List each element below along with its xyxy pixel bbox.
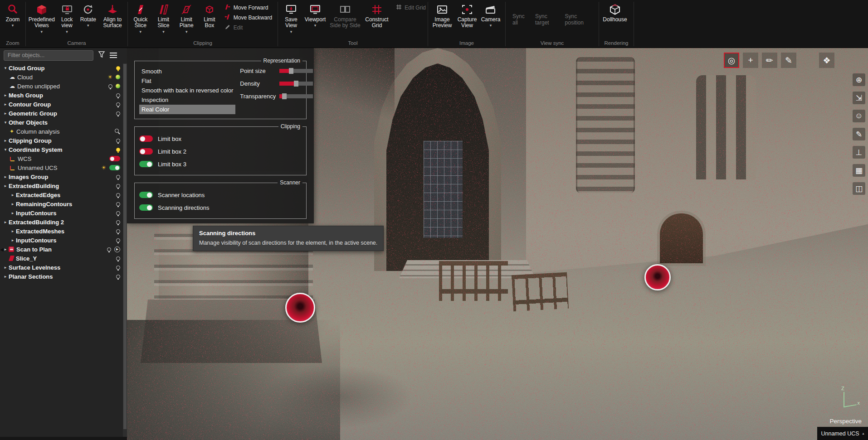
limit-plane-button[interactable]: Limit Plane ▾ [175,1,198,40]
tree-item-remainingcontours[interactable]: ▸RemainingContours [0,199,123,208]
chevron-collapsed-icon[interactable]: ▸ [2,174,9,179]
tree-item-inputcontours-2[interactable]: ▸InputContours [0,236,123,245]
ucs-selector[interactable]: Unnamed UCS ▴ [817,427,868,440]
visibility-bulb-icon[interactable] [116,66,120,70]
chevron-collapsed-icon[interactable]: ▸ [2,220,9,224]
slider-knob[interactable] [282,93,287,99]
visibility-bulb-icon[interactable] [107,247,111,251]
predefined-views-button[interactable]: Predefined Views ▾ [27,1,56,40]
image-preview-button[interactable]: Image Preview [429,1,455,40]
nav-crosshair-button[interactable]: ⊕ [853,73,865,86]
transparency-slider[interactable] [279,94,313,98]
filter-objects-input[interactable] [4,50,93,61]
visibility-bulb-icon[interactable] [116,256,120,261]
visibility-bulb-icon[interactable] [116,175,120,179]
rotate-button[interactable]: Rotate ▾ [78,1,98,40]
tree-item-cloud[interactable]: ☁Cloud☀ [0,73,123,82]
visibility-bulb-icon[interactable] [116,102,120,106]
visibility-bulb-icon[interactable] [116,184,120,188]
chevron-expanded-icon[interactable]: ▾ [2,66,9,70]
tree-item-wcs[interactable]: WCS [0,154,123,163]
chevron-collapsed-icon[interactable]: ▸ [10,193,16,197]
tree-item-contour-group[interactable]: ▸Contour Group [0,100,123,109]
tree-item-planar-sections[interactable]: ▸Planar Sections [0,272,123,281]
visibility-bulb-icon[interactable] [108,84,112,88]
visibility-bulb-icon[interactable] [116,275,120,279]
visibility-bulb-icon[interactable] [116,111,120,116]
tree-item-extractedbuilding[interactable]: ▸ExtractedBuilding [0,181,123,190]
visibility-bulb-icon[interactable] [116,139,120,143]
scrollbar-thumb[interactable] [123,64,127,429]
nav-fit-view-button[interactable]: ⇲ [853,92,865,104]
viewport-button[interactable]: Viewport ▾ [303,1,327,40]
visibility-toggle-red[interactable] [109,156,120,161]
chevron-collapsed-icon[interactable]: ▸ [10,211,16,215]
sun-icon[interactable]: ☀ [101,165,106,170]
mode-inspection[interactable]: Inspection [139,95,235,105]
mode-smooth[interactable]: Smooth [139,67,235,76]
chevron-collapsed-icon[interactable]: ▸ [2,274,9,279]
tree-item-column-analysis[interactable]: ✦Column analysis [0,127,123,136]
nav-plumb-button[interactable]: ⊥ [853,146,865,159]
tree-item-cloud-group[interactable]: ▾Cloud Group [0,63,123,73]
visibility-bulb-icon[interactable] [116,238,120,242]
zoom-button[interactable]: Zoom ▾ [1,1,24,40]
move-backward-button[interactable]: Move Backward [224,14,276,21]
tree-item-inputcontours[interactable]: ▸InputContours [0,208,123,218]
tree-item-coordinate-system[interactable]: ▾Coordinate System [0,145,123,154]
visibility-bulb-icon[interactable] [116,266,120,270]
tree-item-images-group[interactable]: ▸Images Group [0,172,123,181]
limit-box-button[interactable]: Limit Box [198,1,221,40]
magnifier-icon[interactable] [115,129,120,134]
sun-icon[interactable]: ☀ [107,74,112,80]
chevron-collapsed-icon[interactable]: ▸ [2,184,9,188]
color-sphere-icon[interactable] [116,84,120,88]
capture-view-button[interactable]: Capture View [455,1,479,40]
tree-item-demo-unclipped[interactable]: ☁Demo unclipped [0,82,123,91]
chevron-collapsed-icon[interactable]: ▸ [10,229,16,233]
chevron-expanded-icon[interactable]: ▾ [2,147,9,152]
align-to-surface-button[interactable]: Align to Surface [99,1,126,40]
tree-item-surface-levelness[interactable]: ▸Surface Levelness [0,263,123,272]
tree-item-extractedmeshes[interactable]: ▸ExtractedMeshes [0,227,123,236]
chevron-expanded-icon[interactable]: ▾ [2,120,9,125]
visibility-bulb-icon[interactable] [116,211,120,215]
measure-tool-button[interactable]: ✏ [762,53,777,68]
tree-item-slice-y[interactable]: Slice_Y [0,254,123,263]
chevron-collapsed-icon[interactable]: ▸ [2,138,9,143]
mode-smooth-reversed[interactable]: Smooth with back in reversed color [139,86,235,95]
tree-item-unnamed-ucs[interactable]: Unnamed UCS☀ [0,163,123,172]
mode-real-color[interactable]: Real Color [139,105,235,114]
density-slider[interactable] [279,82,313,86]
dollhouse-button[interactable]: Dollhouse [600,1,629,40]
chevron-collapsed-icon[interactable]: ▸ [2,111,9,116]
chevron-collapsed-icon[interactable]: ▸ [10,238,16,242]
move-forward-button[interactable]: Move Forward [224,4,276,11]
visibility-toggle-green[interactable] [109,165,120,170]
lock-view-button[interactable]: Lock view ▾ [57,1,78,40]
tree-item-other-objects[interactable]: ▾Other Objects [0,118,123,127]
tree-item-mesh-group[interactable]: ▸Mesh Group [0,91,123,100]
limit-box-toggle[interactable] [139,135,153,142]
target-tool-button[interactable]: ◎ [724,53,739,68]
play-icon[interactable]: ▶ [114,247,120,252]
layers-tool-button[interactable]: ❖ [819,53,834,68]
tree-item-geometric-group[interactable]: ▸Geometric Group [0,109,123,118]
color-sphere-icon[interactable] [116,75,120,79]
scanner-locations-toggle[interactable] [139,192,153,198]
slider-knob[interactable] [289,68,293,74]
visibility-bulb-icon[interactable] [116,148,120,152]
sidebar-scrollbar[interactable] [123,63,127,440]
slider-knob[interactable] [294,81,298,87]
tree-item-clipping-group[interactable]: ▸Clipping Group [0,136,123,145]
nav-walk-mode-button[interactable]: ☺ [853,110,865,122]
chevron-collapsed-icon[interactable]: ▸ [2,102,9,106]
tree-item-scan-to-plan[interactable]: ◀▸Scan to Plan▶ [0,245,123,254]
nav-grid-view-button[interactable]: ▦ [853,164,865,177]
menu-icon[interactable] [110,53,117,58]
limit-box-3-toggle[interactable] [139,161,153,167]
save-view-button[interactable]: Save View ▾ [279,1,303,40]
viewport-3d[interactable]: ◎ + ✏ ✎ ❖ ⊕ ⇲ ☺ ✎ ⊥ ▦ ◫ Representation S… [127,48,868,440]
limit-slice-button[interactable]: Limit Slice ▾ [152,1,175,40]
quick-slice-button[interactable]: Quick Slice ▾ [129,1,152,40]
